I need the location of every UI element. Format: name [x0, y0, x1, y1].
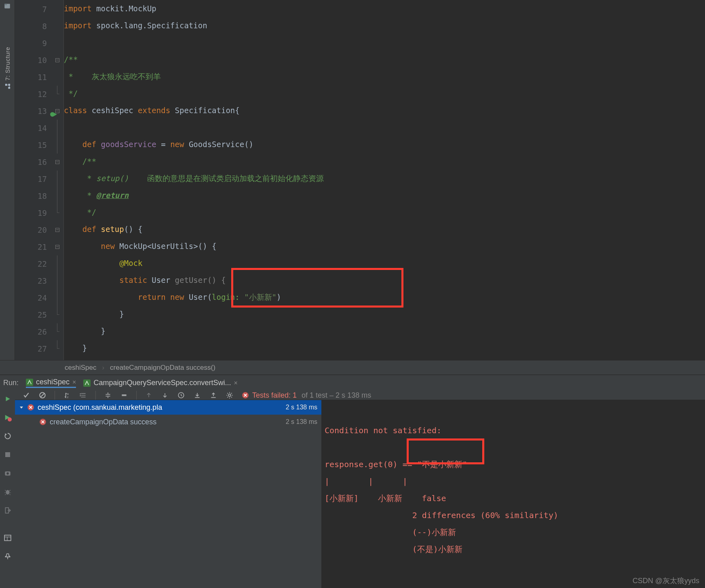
svg-text:z: z: [67, 396, 69, 398]
line-number[interactable]: 17: [15, 171, 47, 188]
svg-text:a: a: [67, 392, 69, 395]
collapse-all-icon[interactable]: [120, 391, 128, 399]
line-number[interactable]: 16: [15, 154, 47, 171]
line-number[interactable]: 9: [15, 35, 47, 52]
console-line: [小新新] 小新新 false: [325, 493, 446, 503]
close-tab-icon[interactable]: ×: [72, 379, 76, 386]
line-number[interactable]: 15: [15, 137, 47, 154]
kw-new: new: [166, 293, 184, 301]
fail-badge-icon: [242, 392, 249, 399]
line-number[interactable]: 11: [15, 69, 47, 86]
console-line: (不是)小新新: [325, 544, 462, 554]
run-tab-active[interactable]: ceshiSpec ×: [26, 378, 76, 388]
doc: 函数的意思是在测试类启动加载之前初始化静态资源: [129, 174, 324, 183]
line-number[interactable]: 18: [15, 188, 47, 204]
code: () {: [124, 225, 143, 234]
svg-line-22: [41, 394, 44, 397]
groovy-file-icon: [83, 379, 91, 387]
test-tree-node[interactable]: createCampaignOpData success 2 s 138 ms: [15, 415, 321, 429]
run-tab[interactable]: CampaignQueryServiceSpec.convertSwi... ×: [83, 379, 238, 387]
breadcrumb-bar[interactable]: ceshiSpec › createCampaignOpData success…: [0, 360, 705, 375]
svg-rect-1: [4, 4, 7, 5]
test-tree-node[interactable]: ceshiSpec (com.sankuai.marketing.pla 2 s…: [15, 400, 321, 415]
show-passed-icon[interactable]: [22, 391, 30, 399]
structure-tool-button[interactable]: 7: Structure: [4, 47, 11, 89]
console-line: Condition not satisfied:: [325, 426, 441, 435]
layout-icon[interactable]: [4, 534, 12, 542]
structure-label: 7: Structure: [4, 47, 11, 81]
code-text: spock.lang.Specification: [92, 21, 207, 30]
brace: }: [119, 310, 124, 318]
breadcrumb-item[interactable]: ceshiSpec: [65, 364, 96, 372]
line-number[interactable]: 14: [15, 120, 47, 137]
gear-icon[interactable]: [226, 391, 234, 399]
line-number[interactable]: 23: [15, 272, 47, 289]
tree-duration: 2 s 138 ms: [286, 404, 317, 411]
doc: *: [82, 191, 96, 200]
pin-icon[interactable]: [4, 552, 12, 561]
exit-icon[interactable]: [4, 506, 12, 514]
next-icon[interactable]: [161, 391, 169, 399]
doc: *: [82, 174, 96, 183]
line-number[interactable]: 25: [15, 306, 47, 323]
brace: }: [82, 344, 87, 352]
svg-marker-9: [6, 396, 10, 401]
import-icon[interactable]: [193, 391, 201, 399]
line-number[interactable]: 20: [15, 221, 47, 238]
tab-label: CampaignQueryServiceSpec.convertSwi...: [93, 379, 231, 387]
string-literal: "小新新": [244, 293, 277, 301]
kw-import: import: [64, 21, 92, 30]
code-text: mockit.MockUp: [92, 4, 156, 13]
watermark: CSDN @灰太狼yyds: [633, 576, 699, 586]
line-number[interactable]: 21: [15, 238, 47, 255]
chevron-down-icon: [19, 405, 24, 410]
svg-rect-2: [8, 87, 10, 89]
line-number-gutter[interactable]: 789101112131415161718192021222324252627: [15, 0, 53, 360]
line-number[interactable]: 12: [15, 86, 47, 103]
line-number[interactable]: 8: [15, 18, 47, 35]
stop-icon[interactable]: [4, 451, 12, 459]
svg-point-16: [6, 490, 9, 495]
fold-gutter[interactable]: [53, 0, 64, 360]
rerun-icon[interactable]: [4, 395, 12, 403]
code-editor[interactable]: import mockit.MockUp import spock.lang.S…: [64, 0, 705, 360]
line-number[interactable]: 10: [15, 52, 47, 69]
rerun-failed-icon[interactable]: [4, 413, 12, 422]
paren: ): [277, 293, 281, 301]
line-number[interactable]: 27: [15, 340, 47, 357]
test-tree[interactable]: ceshiSpec (com.sankuai.marketing.pla 2 s…: [15, 400, 321, 588]
doc-comment: * 灰太狼永远吃不到羊: [64, 72, 161, 81]
prev-icon[interactable]: [145, 391, 153, 399]
line-number[interactable]: 22: [15, 255, 47, 272]
breadcrumb-item[interactable]: createCampaignOpData success(): [110, 364, 215, 372]
breadcrumb-sep: ›: [102, 364, 104, 372]
close-tab-icon[interactable]: ×: [234, 379, 238, 387]
line-number[interactable]: 19: [15, 204, 47, 221]
code: MockUp<UserUtils>() {: [115, 242, 217, 251]
sort-icon[interactable]: az: [63, 391, 71, 399]
editor-area: 7: Structure 789101112131415161718192021…: [0, 0, 705, 360]
suite-icon[interactable]: [79, 391, 87, 399]
ctor: User(: [184, 293, 212, 301]
line-number[interactable]: 13: [15, 103, 47, 120]
line-number[interactable]: 24: [15, 289, 47, 306]
line-number[interactable]: 26: [15, 323, 47, 340]
test-toolbar: az Tests failed: 1 of 1 test – 2 s 138 m…: [15, 391, 705, 400]
left-tool-window-bar[interactable]: 7: Structure: [0, 0, 15, 360]
export-icon[interactable]: [209, 391, 217, 399]
superclass: Specification{: [170, 106, 240, 115]
project-tool-icon[interactable]: [4, 2, 11, 10]
brace: }: [101, 327, 106, 335]
expand-all-icon[interactable]: [104, 391, 112, 399]
line-number[interactable]: 7: [15, 1, 47, 18]
toggle-auto-test-icon[interactable]: [4, 432, 12, 440]
bug-icon[interactable]: [4, 488, 12, 496]
ctor-call: GoodsService(): [184, 140, 253, 149]
dump-icon[interactable]: [4, 469, 12, 477]
history-icon[interactable]: [177, 391, 185, 399]
test-console[interactable]: Condition not satisfied: response.get(0)…: [321, 400, 705, 588]
annotation: @Mock: [119, 259, 142, 268]
doc-comment: /**: [82, 157, 96, 166]
tests-failed-text: Tests failed: 1: [252, 391, 297, 400]
show-ignored-icon[interactable]: [38, 391, 46, 399]
